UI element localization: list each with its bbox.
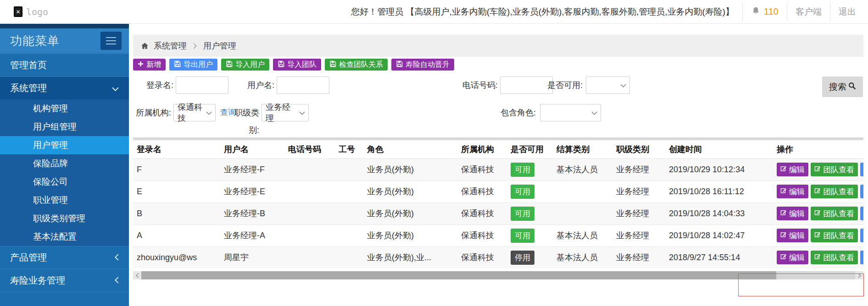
save-row-button[interactable] — [860, 185, 863, 198]
col-settle: 结算类别 — [553, 140, 612, 158]
phone-label: 电话号码: — [450, 76, 498, 94]
edit-button[interactable]: 编辑 — [777, 207, 808, 220]
export-users-button[interactable]: 导出用户 — [169, 59, 217, 71]
menu-toggle-icon[interactable] — [100, 32, 122, 50]
edit-button[interactable]: 编辑 — [777, 185, 808, 198]
sidebar-item-usergroup-management[interactable]: 用户组管理 — [0, 118, 129, 136]
save-icon — [174, 60, 181, 69]
table-row: B 业务经理-B 业务员(外勤) 保通科技 可用 业务经理 2019/10/28… — [133, 202, 863, 224]
edit-button[interactable]: 编辑 — [777, 251, 808, 264]
breadcrumb-user-management: 用户管理 — [203, 40, 236, 51]
breadcrumb: 系统管理 用户管理 — [133, 35, 863, 57]
save-icon — [278, 60, 284, 69]
sidebar-title-bar: 功能菜单 — [0, 28, 129, 54]
table-row: zhouxingyu@ws 周星宇 业务员(外勤),业... 保通科技 停用 基… — [133, 246, 863, 268]
save-row-button[interactable] — [860, 163, 863, 176]
col-username: 用户名 — [220, 140, 284, 158]
col-login: 登录名 — [133, 140, 220, 158]
plus-icon — [138, 60, 144, 69]
sidebar-item-basic-law-config[interactable]: 基本法配置 — [0, 228, 129, 246]
sidebar-item-rank-category-management[interactable]: 职级类别管理 — [0, 209, 129, 228]
sidebar-title: 功能菜单 — [10, 33, 60, 49]
logout-link[interactable]: 退出 — [839, 6, 856, 18]
sidebar-item-user-management[interactable]: 用户管理 — [0, 136, 129, 154]
col-org: 所属机构 — [457, 140, 507, 158]
rank-select[interactable]: 业务经理 — [262, 104, 309, 121]
sidebar-item-admin-home[interactable]: 管理首页 — [0, 54, 129, 76]
team-view-button[interactable]: 团队查看 — [811, 251, 858, 264]
edit-icon — [780, 253, 787, 262]
table-row: A 业务经理-A 业务员(外勤) 保通科技 可用 基本法人员 业务经理 2019… — [133, 224, 863, 246]
edit-icon — [814, 209, 821, 218]
sidebar-item-occupation-management[interactable]: 职业管理 — [0, 191, 129, 209]
col-enabled: 是否可用 — [507, 140, 553, 158]
rank-label: 职级类别: — [232, 104, 259, 121]
col-actions: 操作 — [773, 140, 863, 158]
user-name-label: 用户名: — [225, 76, 274, 94]
scrollbar-thumb[interactable] — [141, 271, 776, 279]
divider — [787, 3, 787, 21]
save-row-button[interactable] — [860, 207, 863, 220]
team-view-button[interactable]: 团队查看 — [811, 207, 858, 220]
enabled-select[interactable] — [586, 76, 630, 94]
search-button[interactable]: 搜索 — [822, 76, 863, 97]
col-role: 角色 — [363, 140, 457, 158]
divider — [830, 3, 830, 21]
life-insurance-auto-promotion-button[interactable]: 寿险自动晋升 — [391, 59, 454, 71]
sidebar-item-system-management[interactable]: 系统管理 — [0, 76, 129, 99]
logo-text: logo — [26, 6, 48, 17]
user-name-input[interactable] — [277, 76, 329, 94]
save-row-button[interactable] — [860, 229, 863, 242]
check-team-relations-button[interactable]: 检查团队关系 — [325, 59, 388, 71]
roles-select[interactable] — [540, 104, 601, 121]
sidebar-item-life-insurance-business[interactable]: 寿险业务管理 — [0, 269, 129, 292]
status-badge: 停用 — [511, 251, 534, 265]
top-right-cluster: 您好！管理员 【高级用户,业务内勤(车险),业务员(外勤),客服内勤,客服外勤,… — [351, 3, 868, 21]
sidebar-item-product-management[interactable]: 产品管理 — [0, 246, 129, 269]
add-button[interactable]: 新增 — [133, 59, 166, 71]
edit-button[interactable]: 编辑 — [777, 229, 808, 242]
broken-image-icon: ✕ — [14, 6, 22, 17]
import-team-button[interactable]: 导入团队 — [273, 59, 321, 71]
status-badge: 可用 — [511, 229, 534, 243]
edit-button[interactable]: 编辑 — [777, 163, 808, 176]
chevron-down-icon — [112, 83, 119, 93]
scroll-left-arrow-icon[interactable] — [133, 271, 141, 279]
sidebar-item-article-management[interactable]: 文章管理 — [0, 292, 129, 306]
sidebar-item-insurance-brand[interactable]: 保险品牌 — [0, 154, 129, 173]
notification-count: 110 — [764, 6, 779, 17]
table-header-row: 登录名 用户名 电话号码 工号 角色 所属机构 是否可用 结算类别 职级类别 创… — [133, 140, 863, 158]
edit-icon — [814, 253, 821, 262]
team-view-button[interactable]: 团队查看 — [811, 185, 858, 198]
org-label: 所属机构: — [133, 104, 171, 121]
team-view-button[interactable]: 团队查看 — [811, 163, 858, 176]
org-select[interactable]: 保通科技 — [173, 104, 216, 121]
col-jobno: 工号 — [335, 140, 363, 158]
chevron-down-icon — [299, 111, 305, 115]
logo-link[interactable]: ✕ logo — [14, 6, 48, 17]
sidebar-submenu-system: 机构管理 用户组管理 用户管理 保险品牌 保险公司 职业管理 职级类别管理 基本… — [0, 99, 129, 246]
notifications-button[interactable]: 110 — [751, 6, 779, 17]
edit-icon — [814, 187, 821, 196]
chevron-down-icon — [620, 84, 626, 87]
col-phone: 电话号码 — [284, 140, 335, 158]
status-badge: 可用 — [511, 207, 534, 221]
search-filters: 登录名: 用户名: 电话号码: 是否可用: 搜索 所属机构: 保通科技 — [133, 72, 863, 137]
breadcrumb-system-management[interactable]: 系统管理 — [154, 40, 187, 51]
user-greeting: 您好！管理员 【高级用户,业务内勤(车险),业务员(外勤),客服内勤,客服外勤,… — [351, 6, 734, 18]
save-row-button[interactable] — [860, 251, 863, 264]
status-badge: 可用 — [511, 185, 534, 199]
import-users-button[interactable]: 导入用户 — [221, 59, 269, 71]
edit-icon — [780, 209, 787, 218]
client-link[interactable]: 客户端 — [796, 6, 822, 18]
login-name-input[interactable] — [176, 76, 228, 94]
main-content: 系统管理 用户管理 新增 导出用户 导入用户 — [129, 24, 868, 306]
edit-icon — [814, 165, 821, 174]
sidebar-item-insurance-company[interactable]: 保险公司 — [0, 173, 129, 191]
enabled-label: 是否可用: — [533, 76, 583, 94]
save-icon — [396, 60, 403, 69]
team-view-button[interactable]: 团队查看 — [811, 229, 858, 242]
chevron-down-icon — [206, 111, 212, 115]
sidebar-item-org-management[interactable]: 机构管理 — [0, 99, 129, 118]
top-header: ✕ logo 您好！管理员 【高级用户,业务内勤(车险),业务员(外勤),客服内… — [0, 0, 868, 24]
